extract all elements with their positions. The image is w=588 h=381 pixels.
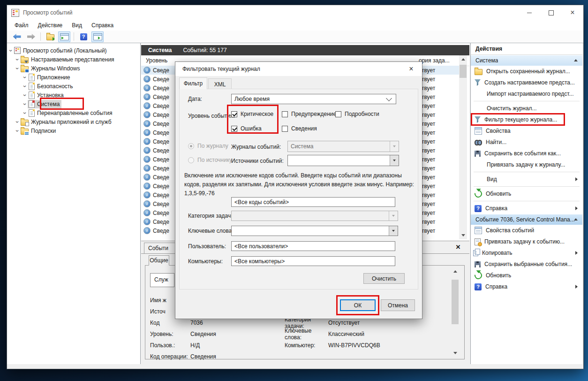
tree-expander-icon[interactable] xyxy=(22,75,28,80)
action-item[interactable]: Открыть сохраненный журнал... xyxy=(471,66,582,77)
console-tree-toggle-icon xyxy=(60,33,69,40)
tree-item-icon xyxy=(29,91,35,99)
tree-item[interactable]: Журналы Windows xyxy=(15,64,140,73)
back-button[interactable] xyxy=(11,31,23,42)
tab-general[interactable]: Общие xyxy=(149,255,169,266)
tree-expander-icon[interactable] xyxy=(15,128,20,134)
action-item[interactable]: Сохранить все события как... xyxy=(471,148,582,159)
scroll-up-icon[interactable] xyxy=(459,55,467,63)
tree-item[interactable]: Установка xyxy=(22,91,140,99)
tree-item[interactable]: Журналы приложений и служб xyxy=(15,117,140,126)
action-item-label: Свойства событий xyxy=(486,227,534,234)
tree-item[interactable]: Настраиваемые представления xyxy=(15,55,140,64)
action-item[interactable]: Сохранить выбранные события... xyxy=(471,259,582,270)
tree-expander-icon[interactable] xyxy=(22,92,28,98)
keywords-combobox[interactable] xyxy=(231,226,398,236)
window-controls: × xyxy=(519,5,583,20)
scroll-down-icon[interactable] xyxy=(451,349,459,357)
action-item[interactable]: Свойства событий xyxy=(471,225,582,236)
tree-item-label: Журналы приложений и служб xyxy=(30,119,112,125)
console-tree-toggle-button[interactable] xyxy=(58,31,70,42)
action-item-icon xyxy=(475,116,481,123)
level-checkbox[interactable]: Предупреждение xyxy=(282,111,336,117)
event-level-cell: Сведе xyxy=(153,94,169,100)
user-input[interactable]: <Все пользователи> xyxy=(231,241,395,251)
level-checkbox[interactable]: Критическое xyxy=(231,111,273,117)
log-name: Система xyxy=(148,47,172,53)
menu-item[interactable]: Действие xyxy=(33,21,68,30)
level-checkbox[interactable]: Ошибка xyxy=(231,125,273,132)
tree-item[interactable]: Безопасность xyxy=(22,82,140,91)
collapse-section-icon[interactable] xyxy=(574,59,578,61)
column-header-level[interactable]: Уровень xyxy=(146,57,167,64)
action-item[interactable]: Создать настраиваемое предста... xyxy=(471,77,582,88)
tree-expander-icon[interactable] xyxy=(22,101,28,107)
action-item[interactable]: Привязать задачу к событию... xyxy=(471,236,582,247)
event-sources-combobox[interactable] xyxy=(287,155,399,166)
preview-scrollbar[interactable] xyxy=(451,267,459,357)
scroll-up-icon[interactable] xyxy=(451,267,459,275)
date-combobox[interactable]: Любое время xyxy=(231,94,396,104)
action-item[interactable]: Вид xyxy=(471,174,582,185)
menu-item[interactable]: Вид xyxy=(67,21,87,30)
tree-item-label: Перенаправленные события xyxy=(37,110,112,116)
scrollbar-thumb[interactable] xyxy=(452,280,459,324)
computers-input[interactable]: <Все компьютеры> xyxy=(231,256,395,266)
menu-item[interactable]: Файл xyxy=(10,21,33,30)
level-column-2: Предупреждение Сведения xyxy=(282,111,336,132)
column-header-task-category[interactable]: ория зада... xyxy=(419,57,450,64)
close-button[interactable]: × xyxy=(562,5,583,20)
action-item[interactable]: Привязать задачу к журналу... xyxy=(471,159,582,170)
tree-item[interactable]: Перенаправленные события xyxy=(22,108,140,117)
action-item-icon xyxy=(475,283,482,290)
tree-expander-icon[interactable] xyxy=(8,48,14,53)
event-ids-input[interactable]: <Все коды событий> xyxy=(231,197,395,207)
minimize-button[interactable] xyxy=(519,5,540,20)
clear-button[interactable]: Очистить xyxy=(363,273,405,284)
actions-section-header-event[interactable]: Событие 7036, Service Control Mana... xyxy=(471,214,582,225)
tab-filter[interactable]: Фильтр xyxy=(179,77,207,89)
action-item[interactable]: Справка xyxy=(471,203,582,214)
ok-button[interactable]: ОК xyxy=(340,299,376,311)
level-checkbox[interactable]: Сведения xyxy=(282,125,336,132)
tree-item[interactable]: Система xyxy=(22,99,140,108)
action-item[interactable]: Обновить xyxy=(471,270,582,281)
tree-item-content: Установка xyxy=(28,91,66,99)
tree-expander-icon[interactable] xyxy=(15,66,20,71)
tab-xml[interactable]: XML xyxy=(208,78,232,90)
filter-tab-page: Дата: Любое время Уровень события: Крити… xyxy=(179,89,418,290)
export-button[interactable] xyxy=(44,31,56,42)
tree-expander-icon[interactable] xyxy=(22,110,28,116)
forward-button[interactable] xyxy=(25,31,37,42)
tree-expander-icon[interactable] xyxy=(15,119,20,125)
action-pane-toggle-button[interactable] xyxy=(91,31,104,42)
action-item-icon xyxy=(475,205,482,212)
action-item[interactable]: Фильтр текущего журнала... xyxy=(471,114,582,125)
menu-item[interactable]: Справка xyxy=(87,21,118,30)
cancel-button[interactable]: Отмена xyxy=(381,299,415,311)
action-item[interactable]: Копировать xyxy=(471,247,582,259)
tree-expander-icon[interactable] xyxy=(15,57,20,62)
tree-item[interactable]: Подписки xyxy=(15,126,140,135)
actions-section-header-system[interactable]: Система xyxy=(471,55,582,66)
action-item[interactable]: Очистить журнал... xyxy=(471,103,582,114)
help-button[interactable] xyxy=(77,31,90,42)
tree-expander-icon[interactable] xyxy=(22,84,28,89)
date-label: Дата: xyxy=(188,96,202,102)
dialog-close-button[interactable]: × xyxy=(407,65,415,73)
scroll-down-icon[interactable] xyxy=(459,231,467,239)
collapse-section-icon[interactable] xyxy=(574,218,578,221)
action-item[interactable]: Импорт настраиваемого предст... xyxy=(471,88,582,99)
action-item[interactable]: Найти... xyxy=(471,137,582,148)
scrollbar-thumb[interactable] xyxy=(460,65,467,78)
action-item[interactable]: Свойства xyxy=(471,125,582,137)
level-checkbox[interactable]: Подробности xyxy=(335,111,379,117)
preview-close-button[interactable]: ✕ xyxy=(454,243,462,251)
action-item[interactable]: Справка xyxy=(471,281,582,292)
tree-item[interactable]: Просмотр событий (Локальный) xyxy=(8,46,140,55)
action-item[interactable]: Обновить xyxy=(471,188,582,199)
maximize-button[interactable] xyxy=(540,5,562,20)
events-scrollbar[interactable] xyxy=(459,55,467,239)
tree-item[interactable]: Приложение xyxy=(22,73,140,82)
minimize-icon xyxy=(527,12,532,13)
